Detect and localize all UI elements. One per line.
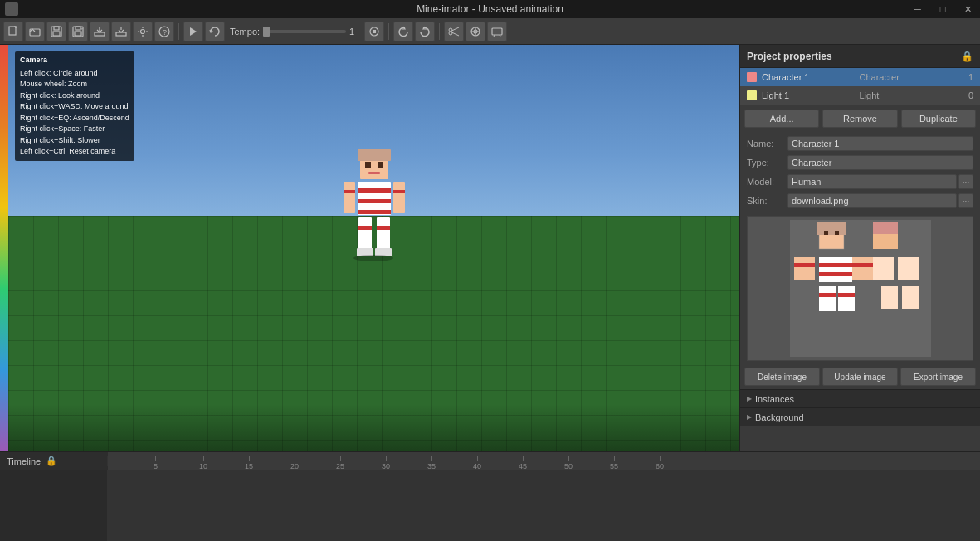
svg-rect-18 [373,30,376,33]
model-label: Model: [747,177,784,187]
viewport[interactable]: Camera Left click: Circle around Mouse w… [8,45,739,451]
svg-rect-34 [368,172,380,174]
type-label: Type: [747,158,784,168]
timeline-lock-icon[interactable]: 🔒 [46,456,57,466]
save-button[interactable] [46,22,66,41]
svg-rect-0 [9,27,16,35]
image-action-buttons: Delete image Update image Export image [740,364,980,389]
timeline-main[interactable] [108,470,980,541]
separator2 [388,23,389,40]
svg-rect-33 [378,162,383,168]
obj-type-light1: Light [860,90,953,100]
svg-rect-55 [819,272,852,276]
svg-rect-44 [377,217,390,251]
model-row: Model: Human ··· [747,173,973,190]
duplicate-button[interactable]: Duplicate [901,110,976,128]
background-section[interactable]: ▶ Background [740,407,980,426]
maximize-button[interactable]: □ [930,0,955,18]
svg-point-20 [449,32,452,35]
ruler-30: 30 [382,456,390,470]
svg-rect-40 [393,182,405,213]
type-value: Character [787,155,973,170]
model-browse-button[interactable]: ··· [958,174,973,189]
model-value[interactable]: Human [787,174,957,189]
svg-rect-36 [358,188,391,193]
svg-rect-41 [344,190,355,193]
type-row: Type: Character [747,154,973,171]
svg-rect-39 [344,182,355,213]
play-button[interactable] [183,22,203,41]
instances-label: Instances [755,394,794,404]
name-label: Name: [747,139,784,149]
update-image-button[interactable]: Update image [822,368,898,386]
svg-rect-32 [365,162,371,168]
minimize-button[interactable]: ─ [905,0,930,18]
export-button[interactable] [90,22,110,41]
character-icon [747,72,757,82]
timeline-label-text: Timeline [7,456,41,466]
object-item-character1[interactable]: Character 1 Character 1 [740,68,980,86]
tempo-section: Tempo: 1 [230,27,361,37]
window-controls: ─ □ ✕ [905,0,980,18]
undo-button[interactable] [393,22,413,41]
timeline-content [0,470,980,541]
character-sprite [337,147,412,271]
svg-rect-64 [817,222,846,235]
app-icon [5,2,18,16]
svg-rect-69 [898,257,919,280]
close-button[interactable]: ✕ [955,0,980,18]
skin-field-group: download.png ··· [787,193,973,208]
scissors-button[interactable] [444,22,464,41]
ruler-25: 25 [336,456,344,470]
svg-rect-38 [358,210,391,214]
redo-button[interactable] [415,22,435,41]
record-button[interactable] [364,22,384,41]
tempo-slider[interactable] [263,30,346,33]
save2-button[interactable]: + [68,22,88,41]
bottom-area: Timeline 🔒 5 10 15 20 25 30 35 40 45 50 … [0,451,980,541]
name-row: Name: Character 1 [747,135,973,152]
instances-section[interactable]: ▶ Instances [740,389,980,407]
svg-rect-68 [873,257,894,280]
export2-button[interactable] [111,22,131,41]
add-button[interactable]: Add... [744,110,819,128]
svg-rect-71 [902,286,919,309]
background-label: Background [755,412,804,422]
svg-rect-31 [358,149,391,161]
skin-label: Skin: [747,196,784,206]
svg-rect-63 [838,293,855,297]
delete-image-button[interactable]: Delete image [744,368,820,386]
separator3 [439,23,440,40]
timeline-ruler: 5 10 15 20 25 30 35 40 45 50 55 60 [108,452,980,470]
name-value[interactable]: Character 1 [787,136,973,151]
obj-type-character1: Character [860,72,953,82]
svg-rect-37 [358,199,391,203]
svg-rect-45 [358,226,372,230]
skin-value[interactable]: download.png [787,193,957,208]
ruler-45: 45 [519,456,527,470]
svg-text:?: ? [163,28,167,37]
svg-rect-61 [819,293,836,297]
lock-icon[interactable]: 🔒 [961,51,973,62]
svg-rect-3 [54,27,59,30]
timeline-tracks [0,470,108,541]
right-panel: Project properties 🔒 Character 1 Charact… [739,45,980,451]
background-arrow: ▶ [747,413,752,421]
open-button[interactable] [25,22,45,41]
obj-num-character1: 1 [957,72,973,82]
render-button[interactable] [487,22,507,41]
settings-button[interactable] [133,22,153,41]
export-image-button[interactable]: Export image [900,368,976,386]
grid-button[interactable] [466,22,485,41]
help-button[interactable]: ? [154,22,174,41]
remove-button[interactable]: Remove [822,110,897,128]
object-item-light1[interactable]: Light 1 Light 0 [740,86,980,105]
obj-name-character1: Character 1 [762,72,855,82]
object-action-buttons: Add... Remove Duplicate [740,105,980,132]
tempo-label: Tempo: [230,27,260,37]
skin-browse-button[interactable]: ··· [958,193,973,208]
new-button[interactable] [3,22,23,41]
svg-rect-42 [393,190,405,193]
scene [8,45,739,451]
refresh-button[interactable] [205,22,225,41]
